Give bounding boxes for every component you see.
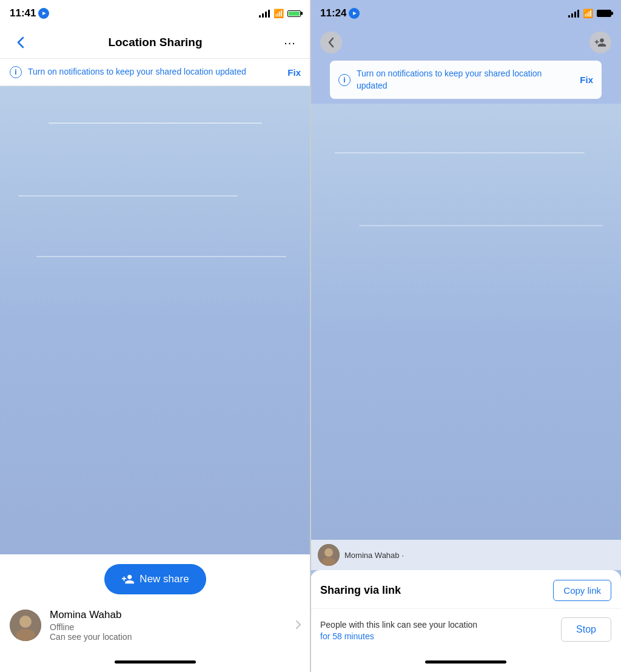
page-title: Location Sharing [108, 36, 202, 49]
right-fix-button[interactable]: Fix [580, 75, 593, 85]
avatar-image [10, 610, 41, 641]
left-status-icons: 📶 [259, 8, 301, 18]
more-options-button[interactable]: ··· [279, 32, 301, 53]
contact-sublabel: Can see your location [50, 632, 287, 642]
right-bottom-panel: Sharing via link Copy link People with t… [310, 570, 621, 672]
sharing-detail-text: People with this link can see your locat… [320, 619, 477, 631]
info-icon: i [10, 66, 22, 78]
right-back-button[interactable] [320, 32, 342, 53]
right-time-text: 11:24 [320, 7, 346, 19]
right-home-indicator [310, 651, 621, 672]
copy-link-button[interactable]: Copy link [553, 580, 611, 601]
panel-divider [310, 0, 311, 672]
right-nav-bar [310, 27, 621, 58]
sharing-time-text[interactable]: for 58 minutes [320, 631, 477, 641]
location-arrow-icon [38, 8, 49, 19]
left-notification-banner: i Turn on notifications to keep your sha… [0, 58, 310, 86]
chevron-right-icon [296, 619, 301, 632]
signal-icon [259, 9, 270, 18]
contact-name: Momina Wahab [50, 609, 287, 621]
right-location-arrow-icon [349, 8, 360, 19]
right-status-icons: 📶 [568, 8, 611, 18]
right-panel: 11:24 📶 [310, 0, 621, 672]
right-info-icon: i [338, 74, 351, 86]
sharing-detail-row: People with this link can see your locat… [310, 609, 621, 651]
right-home-bar [425, 660, 506, 664]
add-person-icon [121, 573, 135, 586]
time-text: 11:41 [10, 7, 36, 19]
sharing-via-link-row: Sharing via link Copy link [310, 570, 621, 609]
contact-row[interactable]: Momina Wahab Offline Can see your locati… [0, 602, 310, 651]
left-status-bar: 11:41 📶 [0, 0, 310, 27]
map-contact-card: Momina Wahab · [310, 540, 621, 570]
fix-button[interactable]: Fix [287, 67, 301, 78]
new-share-button[interactable]: New share [104, 564, 206, 594]
svg-point-2 [16, 629, 35, 641]
right-notification-text: Turn on notifications to keep your share… [357, 68, 574, 92]
new-share-label: New share [139, 573, 189, 585]
svg-point-1 [19, 616, 32, 628]
sharing-via-link-title: Sharing via link [320, 584, 401, 597]
right-signal-icon [568, 9, 579, 18]
left-map-area [0, 86, 310, 554]
right-map-area: Momina Wahab · [310, 104, 621, 570]
svg-point-5 [322, 557, 335, 566]
contact-status: Offline [50, 622, 287, 632]
right-add-person-button[interactable] [589, 32, 611, 53]
stop-button[interactable]: Stop [561, 617, 611, 642]
contact-avatar [10, 610, 41, 641]
sharing-detail-info: People with this link can see your locat… [320, 619, 477, 641]
back-button[interactable] [10, 32, 32, 53]
left-time: 11:41 [10, 7, 49, 19]
left-nav-bar: Location Sharing ··· [0, 27, 310, 58]
battery-icon [287, 10, 301, 17]
new-share-container: New share [0, 554, 310, 602]
right-notification-container: i Turn on notifications to keep your sha… [310, 58, 621, 104]
contact-info: Momina Wahab Offline Can see your locati… [50, 609, 287, 642]
right-wifi-icon: 📶 [583, 8, 593, 18]
left-home-indicator [0, 651, 310, 672]
right-battery-icon [597, 10, 611, 17]
right-status-bar: 11:24 📶 [310, 0, 621, 27]
home-bar [115, 660, 196, 664]
right-notification-banner: i Turn on notifications to keep your sha… [330, 61, 602, 99]
wifi-icon: 📶 [274, 8, 284, 18]
svg-point-4 [324, 548, 333, 557]
notification-text: Turn on notifications to keep your share… [28, 66, 281, 78]
left-bottom-panel: New share Momina Wahab Offline Can see y… [0, 554, 310, 672]
left-panel: 11:41 📶 Location Sha [0, 0, 310, 672]
right-time: 11:24 [320, 7, 360, 19]
